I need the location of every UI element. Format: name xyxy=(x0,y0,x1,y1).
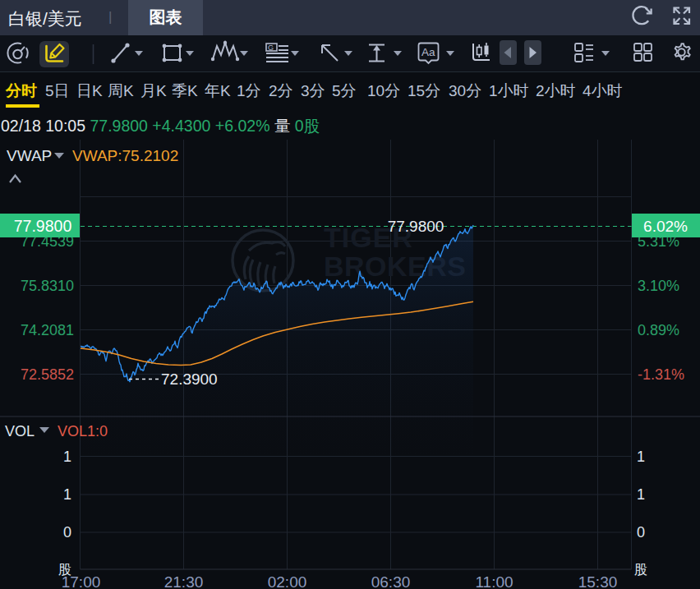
svg-text:0.89%: 0.89% xyxy=(638,322,679,338)
svg-text:77.9800: 77.9800 xyxy=(388,218,444,235)
svg-text:02:00: 02:00 xyxy=(268,573,307,589)
svg-text:VOL1:0: VOL1:0 xyxy=(58,423,108,439)
svg-text:77.9800: 77.9800 xyxy=(14,217,72,235)
svg-text:75.8310: 75.8310 xyxy=(21,278,74,294)
svg-text:VWAP: VWAP xyxy=(7,147,52,164)
svg-text:021-10-05: 021-10-05 xyxy=(7,458,105,526)
svg-text:021-10-05: 021-10-05 xyxy=(472,495,569,563)
svg-text:021-10-05: 021-10-05 xyxy=(648,421,700,489)
svg-text:0: 0 xyxy=(637,524,645,541)
svg-text:VWAP:75.2102: VWAP:75.2102 xyxy=(72,147,178,164)
svg-text:6.02%: 6.02% xyxy=(643,218,688,235)
svg-text:1: 1 xyxy=(63,486,71,503)
svg-text:-1.31%: -1.31% xyxy=(638,366,684,383)
svg-text:VOL: VOL xyxy=(5,423,35,439)
svg-text:72.5852: 72.5852 xyxy=(21,366,74,383)
svg-text:21:30: 21:30 xyxy=(164,573,204,589)
svg-text:17:00: 17:00 xyxy=(62,573,101,589)
svg-text:021-10-05: 021-10-05 xyxy=(632,306,700,374)
svg-text:06:30: 06:30 xyxy=(371,573,411,589)
svg-text:11:00: 11:00 xyxy=(475,573,513,589)
svg-text:72.3900: 72.3900 xyxy=(161,370,218,388)
svg-text:1: 1 xyxy=(637,486,645,503)
svg-text:1: 1 xyxy=(63,449,71,465)
svg-text:Aa: Aa xyxy=(421,46,435,58)
svg-text:1: 1 xyxy=(637,449,645,465)
svg-text:3.10%: 3.10% xyxy=(638,278,679,294)
svg-text:0: 0 xyxy=(63,524,71,541)
svg-text:15:30: 15:30 xyxy=(578,573,618,589)
svg-text:股: 股 xyxy=(634,563,647,577)
svg-text:74.2081: 74.2081 xyxy=(21,322,74,338)
svg-text:G: G xyxy=(268,44,274,52)
